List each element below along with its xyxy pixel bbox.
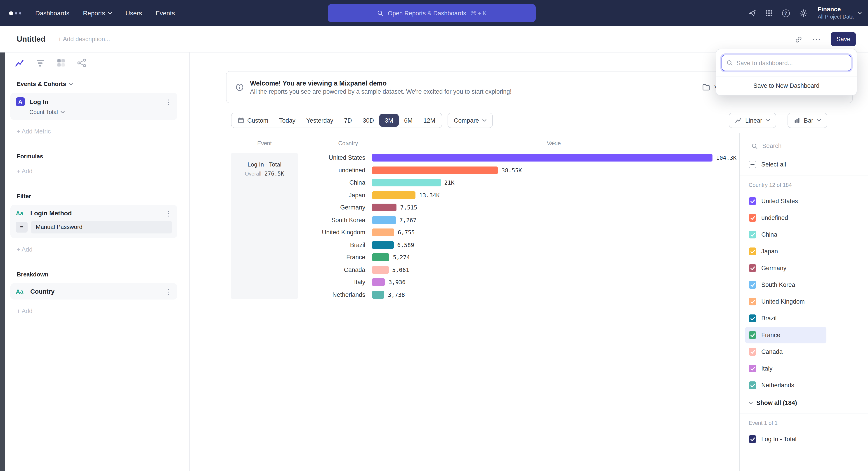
filter-card[interactable]: Aa Login Method ⋮ = Manual Password: [10, 205, 177, 238]
nav-item-events[interactable]: Events: [156, 9, 175, 17]
filter-operator[interactable]: =: [16, 222, 28, 233]
bar[interactable]: [372, 204, 397, 211]
tab-insights[interactable]: [14, 58, 24, 68]
legend-item-china[interactable]: China: [745, 226, 827, 243]
bar[interactable]: [372, 241, 394, 249]
aggregation-dropdown[interactable]: Count Total: [16, 109, 172, 115]
chart-type-label: Bar: [804, 117, 813, 124]
bar[interactable]: [372, 192, 416, 199]
legend-item-united-states[interactable]: United States: [745, 193, 827, 209]
legend-item-japan[interactable]: Japan: [745, 243, 827, 260]
event-checkbox[interactable]: [749, 435, 756, 443]
range-6m[interactable]: 6M: [399, 114, 418, 127]
legend-item-brazil[interactable]: Brazil: [745, 310, 827, 327]
nav-item-reports[interactable]: Reports: [83, 9, 112, 17]
breakdown-property-name[interactable]: Country: [30, 288, 55, 295]
bar[interactable]: [372, 291, 384, 299]
event-name[interactable]: Log In: [29, 98, 49, 106]
checkbox-checked[interactable]: [749, 214, 756, 222]
nav-item-users[interactable]: Users: [125, 9, 142, 17]
checkbox-checked[interactable]: [749, 281, 756, 289]
legend-item-south-korea[interactable]: South Korea: [745, 276, 827, 293]
tab-funnels[interactable]: [35, 58, 45, 68]
legend-event-header: Event 1 of 1: [749, 420, 868, 426]
bar-track: 13.34K: [372, 192, 779, 199]
apps-grid-icon[interactable]: [765, 9, 772, 17]
range-yesterday[interactable]: Yesterday: [301, 114, 339, 127]
compare-button[interactable]: Compare: [447, 113, 493, 128]
dashboard-search-input[interactable]: [737, 59, 846, 66]
checkbox-checked[interactable]: [749, 381, 756, 389]
column-header-event[interactable]: Event: [231, 142, 298, 145]
legend-item-germany[interactable]: Germany: [745, 260, 827, 276]
filter-property-name[interactable]: Login Method: [30, 209, 72, 217]
checkbox-checked[interactable]: [749, 298, 756, 305]
legend-item-netherlands[interactable]: Netherlands: [745, 377, 827, 394]
checkbox-checked[interactable]: [749, 365, 756, 372]
checkbox-checked[interactable]: [749, 264, 756, 272]
column-header-country[interactable]: Country: [310, 142, 386, 145]
bar[interactable]: [372, 167, 498, 174]
checkbox-indeterminate[interactable]: [749, 160, 756, 168]
kebab-menu-icon[interactable]: ⋮: [165, 98, 172, 105]
legend-item-france[interactable]: France: [745, 327, 827, 344]
range-custom[interactable]: Custom: [232, 114, 274, 127]
breakdown-card[interactable]: Aa Country ⋮: [10, 283, 177, 299]
legend-item-undefined[interactable]: undefined: [745, 209, 827, 226]
legend-search-input[interactable]: Search: [740, 133, 868, 149]
add-description-button[interactable]: + Add description...: [58, 36, 110, 42]
bar[interactable]: [372, 216, 396, 224]
bar[interactable]: [372, 229, 394, 236]
kebab-menu-icon[interactable]: ⋮: [165, 288, 172, 295]
section-events-cohorts[interactable]: Events & Cohorts: [17, 81, 178, 87]
scale-select[interactable]: Linear: [729, 113, 776, 128]
chart-type-select[interactable]: Bar: [787, 113, 827, 128]
kebab-menu-icon[interactable]: ⋮: [165, 210, 172, 216]
range-7d[interactable]: 7D: [339, 114, 358, 127]
help-icon[interactable]: ?: [782, 9, 789, 17]
add-metric-button[interactable]: + Add Metric: [17, 128, 178, 135]
bar[interactable]: [372, 179, 440, 187]
collapsed-side-rail[interactable]: [0, 53, 5, 471]
checkbox-checked[interactable]: [749, 231, 756, 238]
report-title[interactable]: Untitled: [17, 35, 45, 44]
legend-event-item[interactable]: Log In - Total: [745, 431, 827, 447]
gear-icon[interactable]: [799, 9, 807, 17]
project-selector[interactable]: Finance All Project Data: [817, 6, 862, 20]
column-header-value[interactable]: Value: [524, 142, 583, 145]
checkbox-checked[interactable]: [749, 197, 756, 205]
checkbox-checked[interactable]: [749, 247, 756, 255]
range-12m[interactable]: 12M: [418, 114, 441, 127]
select-all-row[interactable]: Select all: [749, 160, 868, 168]
checkbox-checked[interactable]: [749, 331, 756, 339]
range-today[interactable]: Today: [274, 114, 301, 127]
share-icon[interactable]: [748, 9, 756, 17]
range-3m[interactable]: 3M: [379, 114, 399, 127]
tab-retention[interactable]: [56, 58, 66, 68]
bar[interactable]: [372, 278, 385, 286]
global-search-button[interactable]: Open Reports & Dashboards ⌘ + K: [328, 4, 536, 22]
range-30d[interactable]: 30D: [358, 114, 379, 127]
add-filter-button[interactable]: + Add: [17, 246, 178, 253]
event-series-name: Log In - Total: [231, 161, 298, 168]
save-to-new-dashboard-item[interactable]: Save to New Dashboard: [716, 76, 857, 95]
tab-flows[interactable]: [77, 58, 87, 68]
event-card[interactable]: A Log In ⋮ Count Total: [10, 93, 177, 120]
legend-item-united-kingdom[interactable]: United Kingdom: [745, 293, 827, 310]
checkbox-checked[interactable]: [749, 315, 756, 322]
nav-item-dashboards[interactable]: Dashboards: [35, 9, 69, 17]
copy-link-icon[interactable]: [795, 35, 802, 43]
bar[interactable]: [372, 154, 712, 162]
legend-item-italy[interactable]: Italy: [745, 360, 827, 377]
bar[interactable]: [372, 254, 389, 261]
mixpanel-logo-icon[interactable]: [9, 11, 28, 15]
show-all-button[interactable]: Show all (184): [749, 400, 868, 406]
filter-value[interactable]: Manual Password: [31, 221, 172, 233]
add-formula-button[interactable]: + Add: [17, 168, 178, 175]
more-options-icon[interactable]: ⋯: [812, 34, 821, 45]
checkbox-checked[interactable]: [749, 348, 756, 356]
add-breakdown-button[interactable]: + Add: [17, 308, 178, 315]
bar[interactable]: [372, 266, 389, 274]
save-button[interactable]: Save: [831, 32, 856, 46]
legend-item-canada[interactable]: Canada: [745, 344, 827, 360]
